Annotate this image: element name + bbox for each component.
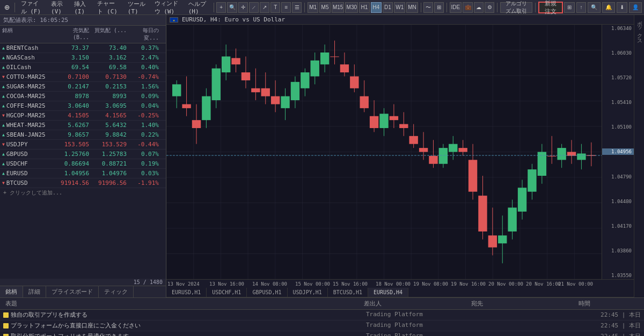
menu-view[interactable]: 表示 (V): [48, 0, 70, 16]
arrow-btn[interactable]: ↗: [260, 2, 269, 13]
news-icon-2: [3, 334, 9, 336]
add-symbol-link[interactable]: + クリックして追加...: [0, 188, 166, 198]
market-row-3[interactable]: ▼ COTTO-MAR25 0.7100 0.7130 -0.74%: [0, 72, 166, 82]
tf-m5[interactable]: M5: [319, 2, 330, 13]
new-chart-btn[interactable]: +: [216, 2, 226, 13]
tf-m30[interactable]: M30: [345, 2, 358, 13]
news-icon-1: [3, 323, 9, 328]
download-btn[interactable]: ⬇: [617, 2, 627, 13]
chart-tab-eurusd-h1[interactable]: EURUSD,H1: [166, 288, 207, 297]
chart-up-btn[interactable]: ↑: [576, 2, 586, 13]
market-row-6[interactable]: ▲ COFFE-MAR25 3.0640 3.0695 0.04%: [0, 101, 166, 111]
dir-arrow-10: ▼: [2, 142, 5, 147]
text-btn[interactable]: T: [270, 2, 280, 13]
indicator-type-btn[interactable]: 〜: [423, 2, 433, 13]
ask-cell-9: 9.8657: [54, 130, 91, 139]
template-btn[interactable]: ☰: [292, 2, 302, 13]
menu-chart[interactable]: チャート (C): [94, 0, 123, 17]
tf-mn[interactable]: MN: [406, 2, 418, 13]
tab-priceboard[interactable]: プライスボード: [46, 286, 99, 297]
market-row-0[interactable]: ▲ BRENTCash 73.37 73.40 0.37%: [0, 43, 166, 53]
tf-w1[interactable]: W1: [394, 2, 405, 13]
search-btn[interactable]: 🔍: [588, 2, 601, 13]
market-row-4[interactable]: ▲ SUGAR-MAR25 0.2147 0.2153 1.56%: [0, 82, 166, 92]
account-btn[interactable]: 👤: [629, 2, 642, 13]
chart-area[interactable]: 1.06340 1.06030 1.05720 1.05410 1.05100 …: [166, 25, 634, 279]
bid-cell-7: 4.1565: [91, 111, 129, 120]
indicator-btn[interactable]: ≡: [281, 2, 291, 13]
bid-cell-2: 69.58: [91, 63, 129, 72]
main-toolbar: ⊕ ファイル (F) 表示 (V) 挿入 (I) チャート (C) ツール (T…: [0, 0, 644, 15]
chart-tab-gbpusd-h1[interactable]: GBPUSD,H1: [247, 288, 287, 297]
market-row-1[interactable]: ▲ NGASCash 3.150 3.162 2.47%: [0, 53, 166, 63]
news-recipient-2: [471, 331, 579, 336]
briefcase-btn[interactable]: 💼: [463, 2, 473, 13]
chart-tab-eurusd-h4[interactable]: EURUSD,H4: [368, 288, 408, 297]
settings-btn[interactable]: ⚙: [485, 2, 494, 13]
tf-d1[interactable]: D1: [383, 2, 393, 13]
market-count: 15 / 1480: [0, 279, 166, 286]
col-time: 時間: [576, 299, 641, 308]
market-row-2[interactable]: ▲ OILCash 69.54 69.58 0.40%: [0, 63, 166, 72]
zoom-in-btn[interactable]: 🔍: [227, 2, 237, 13]
news-row-2[interactable]: 取引分析でポートフォリオを最適化できます Trading Platform 22…: [0, 331, 644, 336]
market-row-13[interactable]: ▲ EURUSD 1.04956 1.04976 0.03%: [0, 169, 166, 178]
line-btn[interactable]: ⟋: [249, 2, 259, 13]
tf-h1[interactable]: H1: [359, 2, 370, 13]
news-time-2: 22:45 | 本日: [579, 331, 643, 336]
new-order-btn[interactable]: 新規注文: [538, 2, 563, 13]
news-row-1[interactable]: プラットフォームから直接口座にご入金ください Trading Platform …: [0, 320, 644, 331]
tf-m15[interactable]: M15: [332, 2, 345, 13]
tf-m1[interactable]: M1: [308, 2, 318, 13]
ask-cell-6: 3.0640: [54, 101, 91, 110]
ask-cell-8: 5.6267: [54, 121, 91, 130]
candle-type-btn[interactable]: ⊞: [434, 2, 444, 13]
market-row-14[interactable]: ▼ BTCUSD 91914.56 91996.56 -1.91%: [0, 178, 166, 188]
news-row-0[interactable]: 独自の取引アプリを作成する Trading Platform 22:45 | 本…: [0, 310, 644, 320]
chart-tab-usdchf-h1[interactable]: USDCHF,H1: [207, 288, 247, 297]
ide-btn[interactable]: IDE: [450, 2, 462, 13]
market-table: 銘柄 売気配 (B... 買気配 (... 毎日の変... ▲ BRENTCas…: [0, 26, 166, 279]
price-level-5: 1.05100: [602, 124, 634, 130]
sep2: [214, 3, 214, 12]
menu-help[interactable]: ヘルプ (H): [185, 0, 211, 16]
tab-detail[interactable]: 詳細: [23, 286, 46, 297]
tf-h4[interactable]: H4: [371, 2, 382, 13]
price-level-7: 1.04790: [602, 174, 634, 180]
menu-tools[interactable]: ツール (T): [125, 0, 150, 16]
news-sender-1: Trading Platform: [364, 320, 471, 331]
symbol-cell-13: ▲ EURUSD: [0, 169, 54, 178]
symbol-cell-9: ▲ SBEAN-JAN25: [0, 130, 54, 139]
bid-cell-1: 3.162: [91, 53, 129, 62]
symbol-cell-14: ▼ BTCUSD: [0, 178, 54, 188]
market-row-9[interactable]: ▲ SBEAN-JAN25 9.8657 9.8842 0.22%: [0, 130, 166, 140]
algo-btn[interactable]: アルゴリズム取引: [500, 2, 532, 13]
col-ask: 売気配 (B...: [54, 26, 91, 43]
news-sender-0: Trading Platform: [364, 310, 471, 320]
ask-cell-2: 69.54: [54, 63, 91, 72]
bid-cell-14: 91996.56: [91, 178, 129, 188]
tab-tick[interactable]: ティック: [99, 286, 134, 297]
candlestick-chart[interactable]: [166, 25, 602, 279]
market-row-5[interactable]: ▲ COCOA-MAR25 8978 8993 0.09%: [0, 92, 166, 101]
ask-cell-1: 3.150: [54, 53, 91, 62]
ask-cell-5: 8978: [54, 92, 91, 101]
notification-btn[interactable]: 🔔: [602, 2, 615, 13]
market-row-12[interactable]: ▲ USDCHF 0.86694 0.88721 0.19%: [0, 159, 166, 169]
news-icon-0: [3, 312, 9, 318]
symbol-cell-3: ▼ COTTO-MAR25: [0, 72, 54, 81]
menu-file[interactable]: ファイル (F): [18, 0, 47, 17]
menu-window[interactable]: ウィンドウ (W): [151, 0, 184, 17]
tab-overview[interactable]: 銘柄: [0, 286, 23, 297]
market-row-10[interactable]: ▼ USDJPY 153.505 153.529 -0.44%: [0, 140, 166, 150]
market-row-8[interactable]: ▲ WHEAT-MAR25 5.6267 5.6432 1.40%: [0, 121, 166, 130]
menu-insert[interactable]: 挿入 (I): [71, 0, 93, 16]
chart-tab-usdjpy-h1[interactable]: USDJPY,H1: [288, 288, 328, 297]
market-row-7[interactable]: ▼ HGCOP-MAR25 4.1505 4.1565 -0.25%: [0, 111, 166, 121]
crosshair-btn[interactable]: ✛: [238, 2, 248, 13]
chart-view-btn[interactable]: ⊞: [564, 2, 575, 13]
market-row-11[interactable]: ▲ GBPUSD 1.25760 1.25783 0.07%: [0, 150, 166, 159]
chart-tab-btcusd-h1[interactable]: BTCUSD,H1: [328, 288, 368, 297]
time-label-6: 18 Nov 00:00: [376, 281, 411, 287]
cloud-btn[interactable]: ☁: [474, 2, 484, 13]
